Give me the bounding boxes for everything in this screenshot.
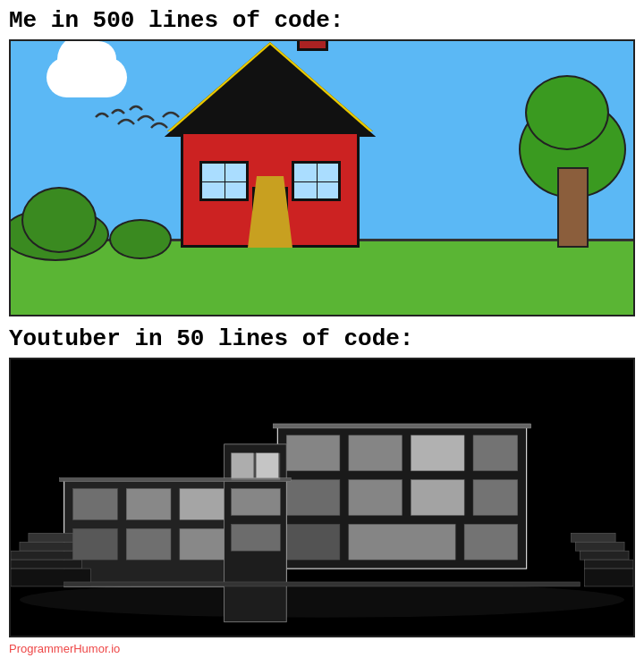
svg-rect-8 [349, 480, 402, 516]
footer: ProgrammerHumor.io [0, 639, 644, 658]
modern-building-svg [11, 359, 633, 636]
svg-point-1 [20, 582, 624, 618]
cartoon-scene [9, 39, 635, 316]
svg-rect-20 [126, 528, 171, 560]
svg-rect-40 [232, 453, 281, 480]
svg-rect-4 [349, 435, 402, 471]
svg-rect-19 [73, 528, 118, 560]
svg-rect-30 [11, 560, 82, 569]
modern-scene [9, 358, 635, 637]
footer-brand: ProgrammerHumor [9, 642, 108, 655]
top-label: Me in 500 lines of code: [9, 7, 635, 34]
bottom-label: Youtuber in 50 lines of code: [9, 325, 635, 352]
svg-rect-32 [571, 533, 615, 542]
svg-rect-35 [584, 560, 633, 569]
tree-trunk [557, 167, 589, 248]
svg-rect-17 [180, 489, 225, 520]
svg-rect-13 [464, 524, 518, 560]
svg-rect-15 [73, 489, 118, 520]
svg-rect-11 [286, 524, 340, 560]
svg-rect-39 [411, 435, 464, 471]
svg-rect-41 [64, 582, 580, 586]
svg-rect-26 [232, 524, 281, 551]
bush-right-small [109, 219, 172, 259]
svg-rect-38 [273, 424, 530, 428]
window-left [199, 161, 249, 201]
svg-rect-28 [20, 542, 73, 551]
svg-rect-6 [473, 435, 518, 471]
svg-rect-36 [584, 569, 633, 586]
footer-domain: .io [108, 642, 121, 655]
meme-container: Me in 500 lines of code: [0, 0, 644, 658]
svg-rect-7 [286, 480, 340, 516]
tree [557, 167, 589, 248]
svg-rect-12 [349, 524, 455, 560]
svg-rect-27 [29, 533, 73, 542]
svg-rect-10 [473, 480, 518, 516]
top-section: Me in 500 lines of code: [0, 0, 644, 320]
bottom-section: Youtuber in 50 lines of code: [0, 320, 644, 639]
svg-rect-25 [232, 489, 281, 516]
window-right [292, 161, 341, 201]
svg-rect-34 [580, 551, 629, 560]
svg-rect-16 [126, 489, 171, 520]
svg-rect-29 [11, 551, 73, 560]
footer-text: ProgrammerHumor.io [9, 642, 635, 655]
ground [11, 239, 633, 315]
svg-rect-3 [286, 435, 340, 471]
svg-rect-33 [575, 542, 624, 551]
house [181, 131, 360, 248]
svg-rect-9 [411, 480, 464, 516]
house-roof [167, 42, 373, 131]
